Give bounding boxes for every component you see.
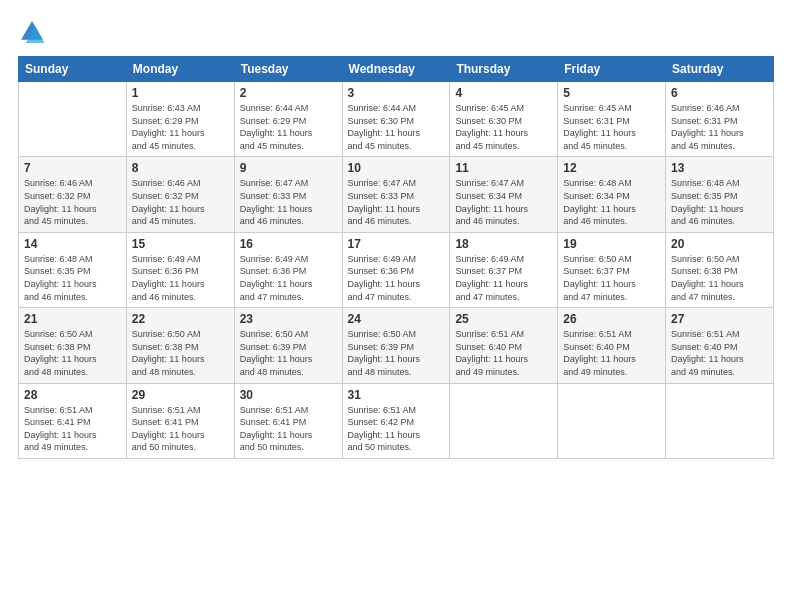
weekday-header-monday: Monday <box>126 57 234 82</box>
weekday-header-sunday: Sunday <box>19 57 127 82</box>
day-number: 15 <box>132 237 229 251</box>
calendar-cell: 8Sunrise: 6:46 AMSunset: 6:32 PMDaylight… <box>126 157 234 232</box>
weekday-header-tuesday: Tuesday <box>234 57 342 82</box>
calendar-cell: 5Sunrise: 6:45 AMSunset: 6:31 PMDaylight… <box>558 82 666 157</box>
day-number: 1 <box>132 86 229 100</box>
calendar-cell <box>19 82 127 157</box>
calendar-cell: 30Sunrise: 6:51 AMSunset: 6:41 PMDayligh… <box>234 383 342 458</box>
day-info: Sunrise: 6:45 AMSunset: 6:30 PMDaylight:… <box>455 102 552 152</box>
page-header <box>18 18 774 46</box>
calendar-cell: 11Sunrise: 6:47 AMSunset: 6:34 PMDayligh… <box>450 157 558 232</box>
day-info: Sunrise: 6:50 AMSunset: 6:37 PMDaylight:… <box>563 253 660 303</box>
day-number: 25 <box>455 312 552 326</box>
calendar-cell: 31Sunrise: 6:51 AMSunset: 6:42 PMDayligh… <box>342 383 450 458</box>
day-number: 29 <box>132 388 229 402</box>
day-number: 28 <box>24 388 121 402</box>
day-number: 19 <box>563 237 660 251</box>
logo-icon <box>18 18 46 46</box>
calendar-cell <box>558 383 666 458</box>
calendar-cell: 3Sunrise: 6:44 AMSunset: 6:30 PMDaylight… <box>342 82 450 157</box>
day-info: Sunrise: 6:51 AMSunset: 6:41 PMDaylight:… <box>132 404 229 454</box>
day-number: 31 <box>348 388 445 402</box>
day-number: 13 <box>671 161 768 175</box>
weekday-header-saturday: Saturday <box>666 57 774 82</box>
calendar-cell: 16Sunrise: 6:49 AMSunset: 6:36 PMDayligh… <box>234 232 342 307</box>
calendar-cell: 7Sunrise: 6:46 AMSunset: 6:32 PMDaylight… <box>19 157 127 232</box>
day-info: Sunrise: 6:44 AMSunset: 6:29 PMDaylight:… <box>240 102 337 152</box>
calendar-cell: 13Sunrise: 6:48 AMSunset: 6:35 PMDayligh… <box>666 157 774 232</box>
calendar-cell: 24Sunrise: 6:50 AMSunset: 6:39 PMDayligh… <box>342 308 450 383</box>
calendar-cell: 15Sunrise: 6:49 AMSunset: 6:36 PMDayligh… <box>126 232 234 307</box>
day-info: Sunrise: 6:43 AMSunset: 6:29 PMDaylight:… <box>132 102 229 152</box>
day-info: Sunrise: 6:44 AMSunset: 6:30 PMDaylight:… <box>348 102 445 152</box>
day-number: 20 <box>671 237 768 251</box>
day-info: Sunrise: 6:46 AMSunset: 6:32 PMDaylight:… <box>132 177 229 227</box>
day-number: 23 <box>240 312 337 326</box>
calendar-cell: 25Sunrise: 6:51 AMSunset: 6:40 PMDayligh… <box>450 308 558 383</box>
calendar-cell: 22Sunrise: 6:50 AMSunset: 6:38 PMDayligh… <box>126 308 234 383</box>
calendar-week-row-3: 14Sunrise: 6:48 AMSunset: 6:35 PMDayligh… <box>19 232 774 307</box>
day-number: 11 <box>455 161 552 175</box>
calendar-cell: 6Sunrise: 6:46 AMSunset: 6:31 PMDaylight… <box>666 82 774 157</box>
calendar-cell: 21Sunrise: 6:50 AMSunset: 6:38 PMDayligh… <box>19 308 127 383</box>
day-info: Sunrise: 6:51 AMSunset: 6:41 PMDaylight:… <box>240 404 337 454</box>
day-info: Sunrise: 6:47 AMSunset: 6:34 PMDaylight:… <box>455 177 552 227</box>
day-number: 17 <box>348 237 445 251</box>
calendar-cell: 2Sunrise: 6:44 AMSunset: 6:29 PMDaylight… <box>234 82 342 157</box>
logo <box>18 18 50 46</box>
calendar-cell: 18Sunrise: 6:49 AMSunset: 6:37 PMDayligh… <box>450 232 558 307</box>
day-number: 14 <box>24 237 121 251</box>
calendar-cell: 1Sunrise: 6:43 AMSunset: 6:29 PMDaylight… <box>126 82 234 157</box>
calendar-table: SundayMondayTuesdayWednesdayThursdayFrid… <box>18 56 774 459</box>
day-number: 16 <box>240 237 337 251</box>
page: SundayMondayTuesdayWednesdayThursdayFrid… <box>0 0 792 612</box>
day-info: Sunrise: 6:51 AMSunset: 6:40 PMDaylight:… <box>455 328 552 378</box>
day-number: 9 <box>240 161 337 175</box>
day-info: Sunrise: 6:50 AMSunset: 6:39 PMDaylight:… <box>348 328 445 378</box>
day-info: Sunrise: 6:45 AMSunset: 6:31 PMDaylight:… <box>563 102 660 152</box>
day-info: Sunrise: 6:47 AMSunset: 6:33 PMDaylight:… <box>348 177 445 227</box>
day-number: 22 <box>132 312 229 326</box>
day-info: Sunrise: 6:51 AMSunset: 6:42 PMDaylight:… <box>348 404 445 454</box>
day-info: Sunrise: 6:51 AMSunset: 6:40 PMDaylight:… <box>563 328 660 378</box>
calendar-week-row-2: 7Sunrise: 6:46 AMSunset: 6:32 PMDaylight… <box>19 157 774 232</box>
weekday-header-row: SundayMondayTuesdayWednesdayThursdayFrid… <box>19 57 774 82</box>
day-info: Sunrise: 6:49 AMSunset: 6:37 PMDaylight:… <box>455 253 552 303</box>
day-info: Sunrise: 6:50 AMSunset: 6:38 PMDaylight:… <box>24 328 121 378</box>
day-number: 10 <box>348 161 445 175</box>
day-info: Sunrise: 6:47 AMSunset: 6:33 PMDaylight:… <box>240 177 337 227</box>
day-info: Sunrise: 6:48 AMSunset: 6:35 PMDaylight:… <box>24 253 121 303</box>
calendar-week-row-1: 1Sunrise: 6:43 AMSunset: 6:29 PMDaylight… <box>19 82 774 157</box>
day-info: Sunrise: 6:50 AMSunset: 6:39 PMDaylight:… <box>240 328 337 378</box>
calendar-cell: 17Sunrise: 6:49 AMSunset: 6:36 PMDayligh… <box>342 232 450 307</box>
weekday-header-friday: Friday <box>558 57 666 82</box>
day-number: 24 <box>348 312 445 326</box>
calendar-cell: 9Sunrise: 6:47 AMSunset: 6:33 PMDaylight… <box>234 157 342 232</box>
day-number: 21 <box>24 312 121 326</box>
day-number: 30 <box>240 388 337 402</box>
calendar-cell: 23Sunrise: 6:50 AMSunset: 6:39 PMDayligh… <box>234 308 342 383</box>
day-info: Sunrise: 6:48 AMSunset: 6:34 PMDaylight:… <box>563 177 660 227</box>
calendar-cell: 14Sunrise: 6:48 AMSunset: 6:35 PMDayligh… <box>19 232 127 307</box>
calendar-cell: 20Sunrise: 6:50 AMSunset: 6:38 PMDayligh… <box>666 232 774 307</box>
calendar-week-row-4: 21Sunrise: 6:50 AMSunset: 6:38 PMDayligh… <box>19 308 774 383</box>
day-info: Sunrise: 6:46 AMSunset: 6:32 PMDaylight:… <box>24 177 121 227</box>
day-info: Sunrise: 6:50 AMSunset: 6:38 PMDaylight:… <box>671 253 768 303</box>
day-number: 5 <box>563 86 660 100</box>
day-info: Sunrise: 6:48 AMSunset: 6:35 PMDaylight:… <box>671 177 768 227</box>
calendar-week-row-5: 28Sunrise: 6:51 AMSunset: 6:41 PMDayligh… <box>19 383 774 458</box>
calendar-cell: 4Sunrise: 6:45 AMSunset: 6:30 PMDaylight… <box>450 82 558 157</box>
calendar-cell <box>666 383 774 458</box>
day-number: 4 <box>455 86 552 100</box>
calendar-cell: 26Sunrise: 6:51 AMSunset: 6:40 PMDayligh… <box>558 308 666 383</box>
calendar-cell: 28Sunrise: 6:51 AMSunset: 6:41 PMDayligh… <box>19 383 127 458</box>
calendar-cell: 19Sunrise: 6:50 AMSunset: 6:37 PMDayligh… <box>558 232 666 307</box>
day-info: Sunrise: 6:49 AMSunset: 6:36 PMDaylight:… <box>240 253 337 303</box>
day-number: 12 <box>563 161 660 175</box>
day-number: 27 <box>671 312 768 326</box>
day-number: 7 <box>24 161 121 175</box>
day-info: Sunrise: 6:49 AMSunset: 6:36 PMDaylight:… <box>132 253 229 303</box>
weekday-header-wednesday: Wednesday <box>342 57 450 82</box>
day-number: 8 <box>132 161 229 175</box>
calendar-cell: 29Sunrise: 6:51 AMSunset: 6:41 PMDayligh… <box>126 383 234 458</box>
